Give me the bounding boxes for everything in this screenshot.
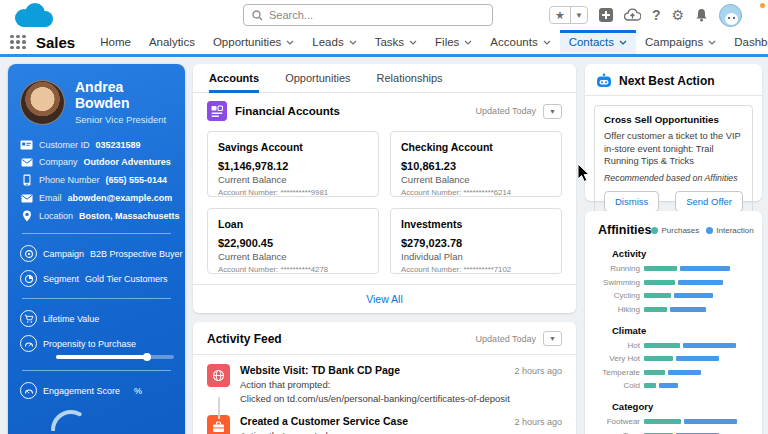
setup-gear-icon[interactable]: ⚙ <box>671 4 684 26</box>
profile-photo[interactable] <box>20 80 65 125</box>
record-tabs: Accounts Opportunities Relationships <box>193 64 576 93</box>
divider <box>22 370 171 371</box>
next-best-action-panel: Next Best Action Cross Sell Opportunitie… <box>585 64 762 201</box>
account-card-checking[interactable]: Checking Account $10,861.23 Current Bala… <box>390 131 562 197</box>
chevron-down-icon <box>543 40 551 45</box>
field-propensity: Propensity to Purchase <box>20 335 173 352</box>
nav-tab-campaigns[interactable]: Campaigns <box>636 30 725 54</box>
activity-feed-title: Activity Feed <box>207 332 282 346</box>
accounts-panel: Accounts Opportunities Relationships Fin… <box>193 64 576 313</box>
updated-label: Updated Today <box>476 334 536 344</box>
user-avatar[interactable] <box>719 4 742 27</box>
nba-card-note: Recommended based on Affinities <box>604 173 743 183</box>
activity-feed-panel: Activity Feed Updated Today ▼ Website Vi… <box>193 322 576 434</box>
tab-opportunities[interactable]: Opportunities <box>285 64 350 92</box>
mobile-phone-icon <box>20 174 33 186</box>
divider <box>22 298 171 299</box>
target-icon <box>20 245 37 262</box>
favorites-control: ★ ▼ <box>549 6 588 24</box>
pie-chart-icon <box>20 270 37 287</box>
chart-row: Hiking <box>598 305 749 314</box>
activity-item-website-visit[interactable]: Website Visit: TD Bank CD Page 2 hours a… <box>207 364 562 404</box>
chart-row: Footwear <box>598 417 749 426</box>
nav-tab-analytics[interactable]: Analytics <box>140 30 204 54</box>
guidance-cloud-icon[interactable] <box>624 8 641 22</box>
nba-recommendation-card: Cross Sell Opportunities Offer customer … <box>594 105 753 221</box>
legend-purchases-dot <box>651 227 658 234</box>
nav-tab-leads[interactable]: Leads <box>303 30 365 54</box>
chevron-down-icon <box>409 40 417 45</box>
globe-icon <box>207 364 230 387</box>
nav-tab-home[interactable]: Home <box>91 30 140 54</box>
propensity-fill <box>56 355 147 359</box>
chart-row: Swimming <box>598 278 749 287</box>
search-icon <box>252 10 263 21</box>
affinity-group-category: Category Footwear Tops Tights Socks <box>598 401 749 434</box>
salesforce-logo[interactable] <box>10 2 58 30</box>
chevron-down-icon <box>349 40 357 45</box>
field-segment: Segment Gold Tier Customers <box>20 270 173 287</box>
favorites-star-icon[interactable]: ★ <box>550 7 571 23</box>
favorites-dropdown-icon[interactable]: ▼ <box>571 7 587 23</box>
id-card-icon <box>20 140 33 150</box>
gauge-icon <box>20 335 37 352</box>
view-all-link[interactable]: View All <box>193 284 576 313</box>
nav-tab-opportunities[interactable]: Opportunities <box>204 30 303 54</box>
account-card-investments[interactable]: Investments $279,023.78 Individual Plan … <box>390 208 562 274</box>
send-offer-button[interactable]: Send Offer <box>675 191 743 212</box>
customer-name: Andrea Bowden <box>75 79 173 111</box>
field-customer-id: Customer ID 035231589 <box>20 140 173 150</box>
chart-row: Cold <box>598 381 749 390</box>
mouse-cursor <box>578 164 590 182</box>
field-campaign: Campaign B2B Prospective Buyer <box>20 245 173 262</box>
nav-tab-contacts[interactable]: Contacts <box>560 30 636 54</box>
chevron-down-icon <box>619 40 627 45</box>
divider <box>22 233 171 234</box>
section-menu-button[interactable]: ▼ <box>543 331 562 346</box>
app-launcher-icon[interactable] <box>10 35 26 50</box>
shopping-cart-icon <box>20 310 37 327</box>
quick-create-icon[interactable] <box>599 8 613 22</box>
field-email: Email abowden@example.com <box>20 193 173 203</box>
propensity-slider[interactable] <box>56 355 174 359</box>
notifications-bell-icon[interactable] <box>695 8 708 22</box>
affinities-title: Affinities <box>598 223 651 237</box>
global-search[interactable] <box>243 4 493 26</box>
app-name[interactable]: Sales <box>36 34 75 51</box>
chart-row: Very Hot <box>598 354 749 363</box>
section-menu-button[interactable]: ▼ <box>543 104 562 119</box>
updated-label: Updated Today <box>476 106 536 116</box>
envelope-icon <box>20 158 33 167</box>
avatar-face <box>725 13 738 25</box>
customer-title: Senior Vice President <box>75 114 173 125</box>
account-card-savings[interactable]: Savings Account $1,146,978.12 Current Ba… <box>207 131 379 197</box>
nba-card-body: Offer customer a ticket to the VIP in-st… <box>604 130 743 168</box>
affinity-group-climate: Climate Hot Very Hot Temperate Cold <box>598 325 749 391</box>
chart-legend: Purchases Interaction <box>651 226 753 235</box>
financial-account-cards: Savings Account $1,146,978.12 Current Ba… <box>193 127 576 274</box>
nav-tab-accounts[interactable]: Accounts <box>481 30 559 54</box>
field-phone: Phone Number (655) 555-0144 <box>20 174 173 186</box>
nav-tab-files[interactable]: Files <box>426 30 481 54</box>
chevron-down-icon <box>708 40 716 45</box>
chevron-down-icon <box>286 40 294 45</box>
search-input[interactable] <box>269 9 484 21</box>
engagement-gauge-arc <box>48 407 94 431</box>
notification-dot <box>760 3 765 8</box>
tab-accounts[interactable]: Accounts <box>209 64 259 93</box>
section-title: Financial Accounts <box>235 105 340 117</box>
tab-relationships[interactable]: Relationships <box>377 64 443 92</box>
help-icon[interactable]: ? <box>652 4 661 26</box>
affinity-group-activity: Activity Running Swimming Cycling Hiking <box>598 248 749 314</box>
dismiss-button[interactable]: Dismiss <box>604 191 659 212</box>
activity-item-service-case[interactable]: Created a Customer Service Case 2 hours … <box>207 415 562 434</box>
chart-row: Running <box>598 264 749 273</box>
account-card-loan[interactable]: Loan $22,900.45 Current Balance Account … <box>207 208 379 274</box>
gauge-icon <box>20 382 37 399</box>
einstein-bot-icon <box>596 73 612 88</box>
financial-accounts-icon <box>207 101 227 121</box>
nba-card-title: Cross Sell Opportunities <box>604 114 743 125</box>
propensity-knob[interactable] <box>143 353 151 361</box>
nav-tab-dashboards[interactable]: Dashboards <box>725 30 768 54</box>
nav-tab-tasks[interactable]: Tasks <box>366 30 426 54</box>
